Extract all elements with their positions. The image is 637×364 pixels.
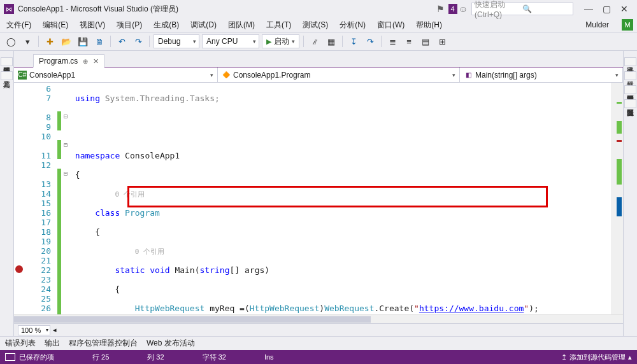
save-all-button[interactable]: 🗎 xyxy=(92,34,106,48)
method-icon: ◧ xyxy=(464,71,473,80)
output-tabs: 错误列表 输出 程序包管理器控制台 Web 发布活动 xyxy=(0,336,637,350)
tool-btn-2[interactable]: ▦ xyxy=(324,34,338,48)
status-col: 列 32 xyxy=(147,353,164,362)
nav-method-dropdown[interactable]: ◧Main(string[] args) xyxy=(460,67,623,82)
toolbar: ◯ ▾ ✚ 📂 💾 🗎 ↶ ↷ Debug Any CPU ▶启动▾ ⫽ ▦ ↧… xyxy=(0,32,637,51)
menu-debug[interactable]: 调试(D) xyxy=(188,18,219,32)
nav-project-dropdown[interactable]: C#ConsoleApp1 xyxy=(14,67,218,82)
outtab-pkg-console[interactable]: 程序包管理器控制台 xyxy=(69,338,138,349)
menubar: 文件(F) 编辑(E) 视图(V) 项目(P) 生成(B) 调试(D) 团队(M… xyxy=(0,18,637,32)
tab-program-cs[interactable]: Program.cs ⊕ ✕ xyxy=(33,54,104,67)
menu-window[interactable]: 窗口(W) xyxy=(375,18,407,32)
breakpoint-margin[interactable] xyxy=(14,83,24,314)
sidetab-toolbox[interactable]: 工具箱 xyxy=(1,71,13,80)
status-scm[interactable]: 添加到源代码管理 xyxy=(569,353,626,362)
menu-help[interactable]: 帮助(H) xyxy=(413,18,445,32)
code-editor[interactable]: 6789101112131415161718192021222324252627… xyxy=(14,83,623,314)
sidetab-team-explorer[interactable]: 团队资源管理器 xyxy=(624,99,636,108)
feedback-icon[interactable]: ☺ xyxy=(459,4,468,14)
vs-logo-icon: ⋈ xyxy=(4,4,14,14)
minimize-button[interactable]: — xyxy=(580,0,598,18)
code-text[interactable]: using System.Threading.Tasks; namespace … xyxy=(70,83,612,314)
close-button[interactable]: ✕ xyxy=(615,0,633,18)
status-state: 已保存的项 xyxy=(19,353,54,362)
titlebar: ⋈ ConsoleApp1 - Microsoft Visual Studio … xyxy=(0,0,637,18)
tab-close-icon[interactable]: ✕ xyxy=(93,57,99,66)
tool-btn-6[interactable]: ⊞ xyxy=(435,34,449,48)
outline-margin[interactable]: ⊟ ⊟ ⊟ xyxy=(61,83,70,314)
undo-button[interactable]: ↶ xyxy=(115,34,129,48)
nav-class-dropdown[interactable]: 🔶ConsoleApp1.Program xyxy=(218,67,460,82)
editor-column: Program.cs ⊕ ✕ C#ConsoleApp1 🔶ConsoleApp… xyxy=(14,51,623,336)
tool-btn-3[interactable]: ≣ xyxy=(385,34,399,48)
platform-dropdown[interactable]: Any CPU xyxy=(202,34,259,48)
statusbar: 已保存的项 行 25 列 32 字符 32 Ins ↥添加到源代码管理▴ xyxy=(0,350,637,364)
zoom-dropdown[interactable]: 100 % xyxy=(18,325,50,335)
publish-icon[interactable]: ↥ xyxy=(561,353,567,361)
user-avatar[interactable]: M xyxy=(622,19,633,31)
csharp-icon: C# xyxy=(18,71,27,80)
menu-project[interactable]: 项目(P) xyxy=(114,18,145,32)
left-sidetabs: 服务器资源管理器 工具箱 xyxy=(0,51,14,336)
tab-label: Program.cs xyxy=(39,57,78,66)
window-title: ConsoleApp1 - Microsoft Visual Studio (管… xyxy=(18,4,178,15)
zoom-bar: 100 % ◂ xyxy=(14,323,623,336)
outtab-webpublish[interactable]: Web 发布活动 xyxy=(147,338,195,349)
class-icon: 🔶 xyxy=(222,71,231,80)
save-button[interactable]: 💾 xyxy=(76,34,90,48)
menu-tools[interactable]: 工具(T) xyxy=(264,18,294,32)
sidetab-solution-explorer[interactable]: 解决方案资源管理器 xyxy=(624,85,636,94)
menu-edit[interactable]: 编辑(E) xyxy=(40,18,71,32)
sidetab-server-explorer[interactable]: 服务器资源管理器 xyxy=(1,57,13,66)
menu-build[interactable]: 生成(B) xyxy=(151,18,182,32)
sidetab-properties[interactable]: 属性 xyxy=(624,71,636,80)
outtab-output[interactable]: 输出 xyxy=(45,338,60,349)
step-over-button[interactable]: ↷ xyxy=(363,34,377,48)
sidetab-diagnostics[interactable]: 诊断工具 xyxy=(624,57,636,66)
quick-launch-input[interactable]: 快速启动 (Ctrl+Q)🔍 xyxy=(471,3,573,15)
line-numbers: 6789101112131415161718192021222324252627… xyxy=(24,83,57,314)
menu-view[interactable]: 视图(V) xyxy=(77,18,108,32)
search-icon: 🔍 xyxy=(522,4,570,13)
menu-analyze[interactable]: 分析(N) xyxy=(337,18,368,32)
document-tabs: Program.cs ⊕ ✕ xyxy=(14,51,623,67)
redo-button[interactable]: ↷ xyxy=(131,34,145,48)
tool-btn-5[interactable]: ▤ xyxy=(419,34,433,48)
start-button[interactable]: ▶启动▾ xyxy=(262,34,299,48)
play-icon: ▶ xyxy=(266,38,271,46)
status-line: 行 25 xyxy=(92,353,109,362)
flag-icon[interactable]: ⚑ xyxy=(436,4,445,14)
status-char: 字符 32 xyxy=(203,353,226,362)
breakpoint-icon[interactable] xyxy=(15,265,23,273)
nav-bar: C#ConsoleApp1 🔶ConsoleApp1.Program ◧Main… xyxy=(14,67,623,83)
overview-ruler[interactable] xyxy=(612,83,623,314)
open-button[interactable]: 📂 xyxy=(59,34,73,48)
user-name[interactable]: Mulder xyxy=(585,20,613,29)
right-sidetabs: 诊断工具 属性 解决方案资源管理器 团队资源管理器 xyxy=(623,51,637,336)
status-icon xyxy=(5,353,15,361)
tool-btn-4[interactable]: ≡ xyxy=(402,34,416,48)
config-dropdown[interactable]: Debug xyxy=(154,34,199,48)
menu-test[interactable]: 测试(S) xyxy=(300,18,331,32)
outtab-errors[interactable]: 错误列表 xyxy=(5,338,36,349)
new-file-button[interactable]: ✚ xyxy=(43,34,57,48)
horizontal-scrollbar[interactable] xyxy=(14,314,623,323)
maximize-button[interactable]: ▢ xyxy=(598,0,615,18)
nav-fwd-button[interactable]: ▾ xyxy=(20,34,34,48)
status-ins: Ins xyxy=(264,353,274,361)
menu-team[interactable]: 团队(M) xyxy=(225,18,257,32)
pin-icon[interactable]: ⊕ xyxy=(83,58,88,65)
tool-btn-1[interactable]: ⫽ xyxy=(308,34,322,48)
step-into-button[interactable]: ↧ xyxy=(347,34,361,48)
menu-file[interactable]: 文件(F) xyxy=(4,18,34,32)
nav-back-button[interactable]: ◯ xyxy=(4,34,18,48)
work-area: 服务器资源管理器 工具箱 Program.cs ⊕ ✕ C#ConsoleApp… xyxy=(0,51,637,336)
notification-badge[interactable]: 4 xyxy=(448,4,457,14)
